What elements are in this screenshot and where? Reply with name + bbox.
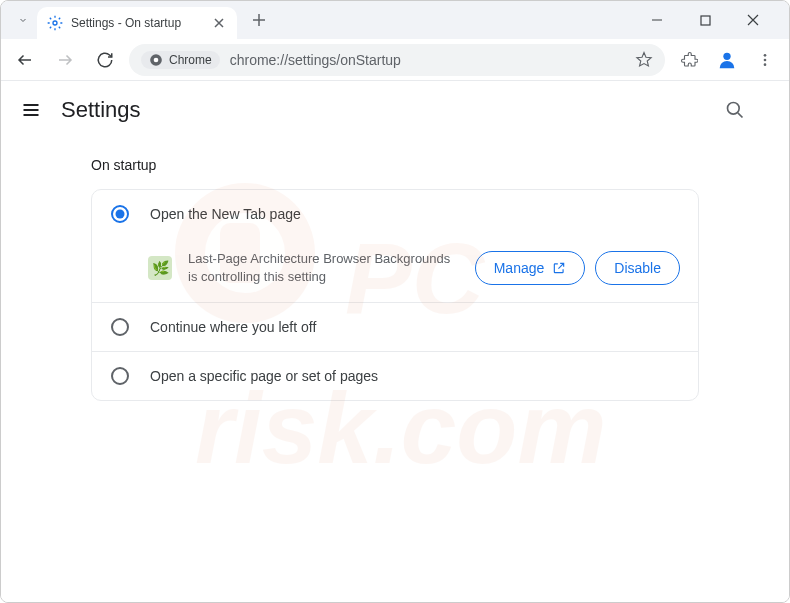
section-title: On startup — [91, 157, 699, 173]
svg-rect-1 — [701, 16, 710, 25]
disable-button-label: Disable — [614, 260, 661, 276]
reload-button[interactable] — [89, 44, 121, 76]
window-controls — [643, 6, 781, 34]
chrome-chip-label: Chrome — [169, 53, 212, 67]
profile-avatar[interactable] — [713, 46, 741, 74]
address-bar[interactable]: Chrome chrome://settings/onStartup — [129, 44, 665, 76]
hamburger-icon[interactable] — [19, 98, 43, 122]
window-titlebar: Settings - On startup — [1, 1, 789, 39]
svg-point-13 — [728, 103, 740, 115]
menu-icon[interactable] — [749, 44, 781, 76]
option-label: Open a specific page or set of pages — [150, 368, 378, 384]
maximize-button[interactable] — [691, 6, 719, 34]
extension-message: Last-Page Architecture Browser Backgroun… — [188, 250, 459, 286]
svg-point-4 — [723, 52, 730, 59]
open-external-icon — [552, 261, 566, 275]
svg-point-15 — [116, 210, 125, 219]
back-button[interactable] — [9, 44, 41, 76]
svg-point-16 — [112, 319, 128, 335]
chrome-chip: Chrome — [141, 51, 220, 69]
new-tab-button[interactable] — [245, 6, 273, 34]
disable-button[interactable]: Disable — [595, 251, 680, 285]
option-new-tab[interactable]: Open the New Tab page — [92, 190, 698, 238]
svg-point-5 — [764, 54, 767, 57]
option-specific-pages[interactable]: Open a specific page or set of pages — [92, 352, 698, 400]
svg-point-6 — [764, 58, 767, 61]
radio-selected-icon — [110, 204, 130, 224]
extension-favicon: 🌿 — [148, 256, 172, 280]
chrome-icon — [149, 53, 163, 67]
url-text: chrome://settings/onStartup — [230, 52, 625, 68]
svg-point-0 — [53, 21, 57, 25]
content-area: PC risk.com Settings On startup Open the… — [1, 81, 789, 603]
svg-point-17 — [112, 368, 128, 384]
settings-header: Settings — [1, 81, 789, 139]
radio-unselected-icon — [110, 366, 130, 386]
option-label: Open the New Tab page — [150, 206, 301, 222]
svg-point-7 — [764, 63, 767, 66]
svg-point-3 — [154, 57, 159, 62]
browser-tab[interactable]: Settings - On startup — [37, 7, 237, 39]
page-title: Settings — [61, 97, 141, 123]
options-card: Open the New Tab page 🌿 Last-Page Archit… — [91, 189, 699, 401]
manage-button-label: Manage — [494, 260, 545, 276]
tab-title: Settings - On startup — [71, 16, 203, 30]
close-icon[interactable] — [211, 15, 227, 31]
radio-unselected-icon — [110, 317, 130, 337]
browser-toolbar: Chrome chrome://settings/onStartup — [1, 39, 789, 81]
minimize-button[interactable] — [643, 6, 671, 34]
manage-button[interactable]: Manage — [475, 251, 586, 285]
gear-icon — [47, 15, 63, 31]
on-startup-section: On startup Open the New Tab page 🌿 Last-… — [1, 139, 789, 419]
close-window-button[interactable] — [739, 6, 767, 34]
extension-notice: 🌿 Last-Page Architecture Browser Backgro… — [92, 238, 698, 302]
tab-search-dropdown[interactable] — [9, 6, 37, 34]
extensions-icon[interactable] — [673, 44, 705, 76]
search-icon[interactable] — [723, 98, 747, 122]
star-icon[interactable] — [635, 51, 653, 69]
option-label: Continue where you left off — [150, 319, 316, 335]
option-continue[interactable]: Continue where you left off — [92, 303, 698, 352]
forward-button[interactable] — [49, 44, 81, 76]
